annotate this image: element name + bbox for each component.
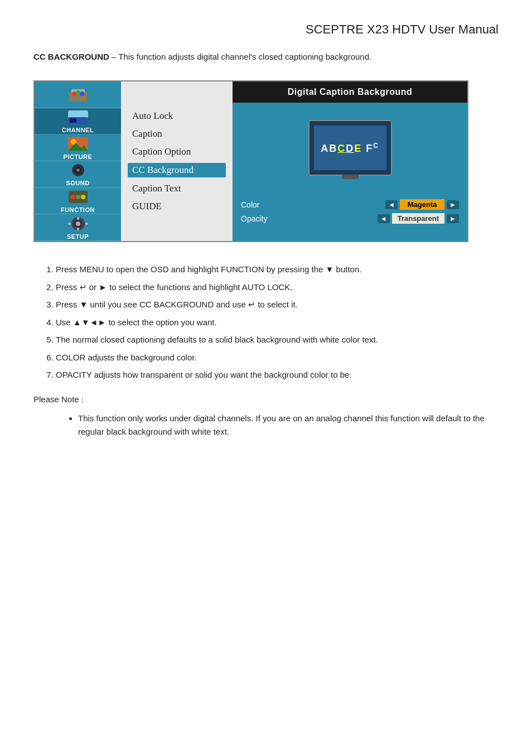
instructions-section: Press MENU to open the OSD and highlight…	[33, 262, 499, 439]
sidebar-label-sound: SOUND	[66, 180, 89, 186]
step-2: Press ↵ or ► to select the functions and…	[56, 280, 499, 295]
intro-text: – This function adjusts digital channel'…	[109, 52, 371, 61]
osd-menu-panel: Auto Lock Caption Caption Option CC Back…	[121, 81, 233, 241]
svg-rect-7	[70, 118, 76, 123]
tv-preview-text: ABCDE FC	[321, 142, 379, 155]
osd-caption-panel: Digital Caption Background ABCDE FC Colo…	[233, 81, 467, 241]
menu-item-guide[interactable]: GUIDE	[132, 200, 221, 213]
picture-icon	[66, 136, 90, 152]
caption-panel-header: Digital Caption Background	[233, 81, 467, 103]
page-title: SCEPTRE X23 HDTV User Manual	[33, 22, 499, 37]
setup-icon	[66, 215, 90, 232]
please-note-label: Please Note :	[33, 392, 499, 407]
menu-item-cc-background[interactable]: CC Background	[128, 163, 226, 177]
sound-icon	[66, 162, 90, 179]
opacity-arrow-right[interactable]: ►	[447, 214, 459, 223]
step-3: Press ▼ until you see CC BACKGROUND and …	[56, 297, 499, 312]
intro-bold: CC BACKGROUND	[33, 52, 109, 61]
note-bullet-1: This function only works under digital c…	[78, 412, 499, 439]
svg-point-4	[80, 92, 84, 96]
svg-point-3	[76, 90, 80, 95]
sidebar-item-function[interactable]: FUNCTION	[35, 188, 121, 215]
sidebar-item-channel[interactable]: CHANNEL	[35, 108, 121, 135]
tv-stand	[342, 175, 359, 179]
menu-item-caption[interactable]: Caption	[132, 127, 221, 141]
option-control-opacity: ◄ Transparent ►	[378, 213, 459, 224]
svg-rect-23	[77, 228, 79, 230]
intro-paragraph: CC BACKGROUND – This function adjusts di…	[33, 50, 499, 64]
color-value: Magenta	[400, 199, 444, 210]
sidebar-item-sound[interactable]: SOUND	[35, 161, 121, 188]
sidebar-label-channel: CHANNEL	[62, 127, 94, 133]
osd-sidebar: CHANNEL PICTURE S	[35, 81, 121, 241]
note-bullets-list: This function only works under digital c…	[33, 412, 499, 439]
steps-list: Press MENU to open the OSD and highlight…	[33, 262, 499, 382]
step-7: OPACITY adjusts how transparent or solid…	[56, 368, 499, 382]
svg-point-16	[71, 195, 75, 199]
svg-rect-24	[68, 223, 71, 225]
sidebar-label-picture: PICTURE	[64, 153, 93, 160]
osd-screenshot: CHANNEL PICTURE S	[33, 80, 468, 242]
color-arrow-left[interactable]: ◄	[385, 200, 398, 209]
sidebar-item-top	[35, 81, 121, 108]
option-row-opacity: Opacity ◄ Transparent ►	[241, 213, 459, 224]
step-6: COLOR adjusts the background color.	[56, 350, 499, 365]
caption-panel-body: ABCDE FC Color ◄ Magenta ► Opacity	[233, 103, 467, 241]
sidebar-label-setup: SETUP	[67, 233, 89, 240]
svg-point-21	[76, 221, 80, 226]
sidebar-label-function: FUNCTION	[61, 206, 95, 213]
sidebar-item-setup[interactable]: SETUP	[35, 214, 121, 241]
tv-preview-inner: ABCDE FC	[314, 126, 386, 170]
option-row-color: Color ◄ Magenta ►	[241, 199, 459, 210]
toolbox-icon	[66, 85, 90, 102]
channel-icon	[66, 109, 90, 126]
step-1: Press MENU to open the OSD and highlight…	[56, 262, 499, 277]
option-control-color: ◄ Magenta ►	[385, 199, 459, 210]
svg-rect-22	[77, 217, 79, 220]
sidebar-item-picture[interactable]: PICTURE	[35, 134, 121, 161]
step-5: The normal closed captioning defaults to…	[56, 333, 499, 347]
svg-point-17	[76, 195, 80, 199]
menu-item-caption-text[interactable]: Caption Text	[132, 182, 221, 195]
function-icon	[66, 189, 90, 205]
opacity-value: Transparent	[392, 213, 444, 224]
svg-point-14	[78, 170, 79, 171]
caption-options: Color ◄ Magenta ► Opacity ◄ Transparent …	[241, 199, 459, 224]
color-arrow-right[interactable]: ►	[447, 200, 459, 209]
step-4: Use ▲▼◄► to select the option you want.	[56, 315, 499, 330]
tv-preview: ABCDE FC	[308, 120, 392, 176]
menu-item-autolock[interactable]: Auto Lock	[132, 109, 221, 123]
svg-point-2	[72, 92, 76, 96]
option-label-color: Color	[241, 200, 272, 209]
svg-rect-25	[85, 223, 88, 225]
svg-point-18	[81, 195, 85, 199]
option-label-opacity: Opacity	[241, 214, 272, 223]
menu-item-caption-option[interactable]: Caption Option	[132, 145, 221, 158]
opacity-arrow-left[interactable]: ◄	[378, 214, 390, 223]
